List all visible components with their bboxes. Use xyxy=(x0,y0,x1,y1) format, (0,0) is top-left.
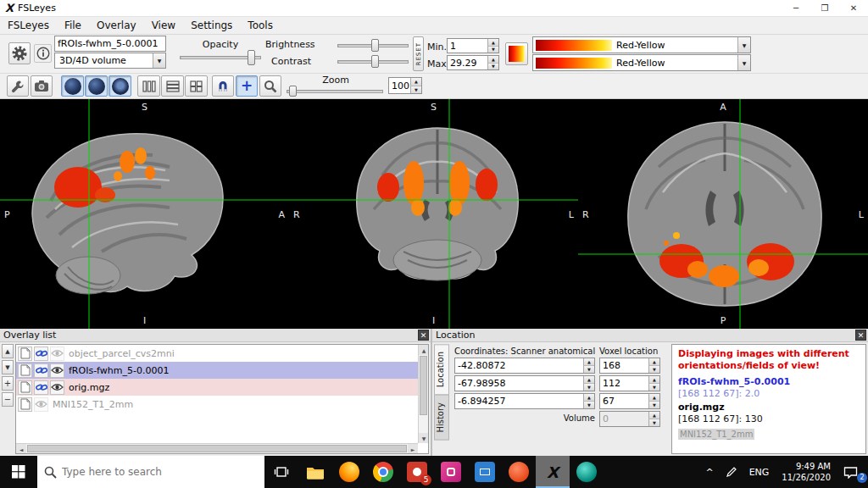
add-overlay-button[interactable]: + xyxy=(2,376,14,391)
voxel-z-spinbox[interactable]: 67 ▲▼ xyxy=(599,393,660,409)
link-overlay-button[interactable] xyxy=(34,347,48,361)
edit-colormap-button[interactable] xyxy=(505,42,528,65)
canvas-coronal[interactable]: S I R L xyxy=(289,99,578,329)
task-view-button[interactable] xyxy=(264,456,298,488)
spin-down-icon[interactable]: ▼ xyxy=(487,47,498,53)
colormap-dropdown-1[interactable]: Red-Yellow ▼ xyxy=(532,36,751,53)
grid-layout-button[interactable] xyxy=(185,75,208,97)
voxel-y-spinbox[interactable]: 112 ▲▼ xyxy=(599,375,660,391)
brightness-slider[interactable] xyxy=(336,38,410,53)
display-max-spinbox[interactable]: 29.29 ▲▼ xyxy=(447,55,499,70)
spin-down-icon[interactable]: ▼ xyxy=(648,366,659,373)
overlay-list-item-selected[interactable]: fROIs-fwhm_5-0.0001 xyxy=(16,362,428,379)
minimize-button[interactable]: ─ xyxy=(782,0,810,16)
spin-down-icon[interactable]: ▼ xyxy=(583,366,594,373)
menu-view[interactable]: View xyxy=(144,17,183,34)
toggle-visibility-button[interactable] xyxy=(34,397,48,412)
taskbar-app-chrome[interactable] xyxy=(366,456,400,488)
reset-brightness-contrast-button[interactable]: RESET xyxy=(413,36,424,71)
taskbar-app-file-explorer[interactable] xyxy=(298,456,332,488)
taskbar-app-teal[interactable] xyxy=(570,456,604,488)
spin-up-icon[interactable]: ▲ xyxy=(583,394,594,402)
world-x-spinbox[interactable]: -42.80872 ▲▼ xyxy=(454,358,595,374)
spin-up-icon[interactable]: ▲ xyxy=(583,376,594,384)
scroll-right-icon[interactable]: ► xyxy=(408,444,418,454)
display-min-spinbox[interactable]: 1 ▲▼ xyxy=(447,38,499,53)
toggle-axial-canvas-button[interactable] xyxy=(108,75,131,97)
language-indicator[interactable]: ENG xyxy=(743,456,776,488)
tray-expand-button[interactable]: ^ xyxy=(699,456,719,488)
spin-down-icon[interactable]: ▼ xyxy=(583,384,594,391)
overlay-list-item[interactable]: MNI152_T1_2mm xyxy=(16,396,428,413)
overlay-info-button[interactable] xyxy=(34,44,52,63)
taskbar-clock[interactable]: 9:49 AM 11/26/2020 xyxy=(775,461,837,484)
zoom-mode-button[interactable] xyxy=(259,75,281,97)
chevron-down-icon[interactable]: ▼ xyxy=(737,55,750,70)
spin-down-icon[interactable]: ▼ xyxy=(648,384,659,391)
spin-down-icon[interactable]: ▼ xyxy=(410,86,421,94)
save-overlay-button[interactable] xyxy=(18,363,32,378)
vertical-layout-button[interactable] xyxy=(161,75,184,97)
toggle-visibility-button[interactable] xyxy=(50,380,64,395)
spin-up-icon[interactable]: ▲ xyxy=(487,56,498,64)
horizontal-scrollbar[interactable]: ◄ ► xyxy=(16,443,418,453)
save-overlay-button[interactable] xyxy=(18,380,32,395)
zoom-slider-thumb[interactable] xyxy=(289,86,297,97)
colormap-dropdown-2[interactable]: Red-Yellow ▼ xyxy=(532,54,751,71)
start-button[interactable] xyxy=(0,456,37,488)
maximize-button[interactable]: ❐ xyxy=(810,0,839,16)
menu-fsleyes[interactable]: FSLeyes xyxy=(0,17,57,34)
link-overlay-button[interactable] xyxy=(34,380,48,395)
spin-up-icon[interactable]: ▲ xyxy=(648,394,659,402)
voxel-x-spinbox[interactable]: 168 ▲▼ xyxy=(599,358,660,374)
world-y-spinbox[interactable]: -67.98958 ▲▼ xyxy=(454,375,595,391)
remove-overlay-button[interactable]: − xyxy=(2,392,14,407)
screenshot-button[interactable] xyxy=(31,75,53,97)
spin-up-icon[interactable]: ▲ xyxy=(648,376,659,384)
taskbar-app-firefox[interactable] xyxy=(332,456,366,488)
world-z-spinbox[interactable]: -6.894257 ▲▼ xyxy=(454,393,595,409)
scroll-left-icon[interactable]: ◄ xyxy=(16,444,26,454)
overlay-name-field[interactable] xyxy=(54,36,166,52)
close-overlay-list-button[interactable]: ✕ xyxy=(418,330,429,341)
pen-tray-button[interactable] xyxy=(720,456,743,488)
spin-up-icon[interactable]: ▲ xyxy=(487,39,498,47)
zoom-slider[interactable] xyxy=(285,85,385,97)
search-input[interactable] xyxy=(62,466,258,478)
brightness-slider-thumb[interactable] xyxy=(371,39,379,52)
save-overlay-button[interactable] xyxy=(18,397,32,412)
contrast-slider-thumb[interactable] xyxy=(371,55,379,68)
toggle-sagittal-canvas-button[interactable] xyxy=(61,75,84,97)
tab-location[interactable]: Location xyxy=(434,344,449,395)
overlay-name-input[interactable] xyxy=(55,38,165,49)
movie-magnet-mode-button[interactable] xyxy=(212,75,234,97)
overlay-type-dropdown[interactable]: 3D/4D volume ▼ xyxy=(54,53,166,69)
menu-settings[interactable]: Settings xyxy=(183,17,240,34)
spin-down-icon[interactable]: ▼ xyxy=(487,64,498,70)
scroll-up-icon[interactable]: ▲ xyxy=(419,345,429,355)
taskbar-app-blue[interactable] xyxy=(468,456,502,488)
toggle-visibility-button[interactable] xyxy=(50,347,64,361)
opacity-slider[interactable] xyxy=(178,49,263,66)
chevron-down-icon[interactable]: ▼ xyxy=(737,37,750,53)
close-location-panel-button[interactable]: ✕ xyxy=(855,330,866,341)
menu-file[interactable]: File xyxy=(57,17,89,34)
spin-up-icon[interactable]: ▲ xyxy=(648,358,659,366)
tab-history[interactable]: History xyxy=(434,395,449,441)
taskbar-app-fsleyes[interactable]: X xyxy=(536,456,570,488)
contrast-slider[interactable] xyxy=(336,54,410,69)
save-overlay-button[interactable] xyxy=(18,347,32,361)
toggle-coronal-canvas-button[interactable] xyxy=(85,75,108,97)
zoom-spinbox[interactable]: 100 ▲▼ xyxy=(388,77,422,94)
crosshair-mode-button[interactable]: + xyxy=(236,75,258,97)
spin-down-icon[interactable]: ▼ xyxy=(583,402,594,408)
move-overlay-up-button[interactable]: ▲ xyxy=(2,344,14,358)
move-overlay-down-button[interactable]: ▼ xyxy=(2,360,14,374)
scroll-down-icon[interactable]: ▼ xyxy=(419,433,429,443)
spin-up-icon[interactable]: ▲ xyxy=(410,78,421,86)
overlay-list-item[interactable]: object_parcel_cvs2mni xyxy=(16,345,428,362)
action-center-button[interactable]: 2 xyxy=(837,456,868,488)
spin-down-icon[interactable]: ▼ xyxy=(648,402,659,408)
vertical-scrollbar[interactable]: ▲ ▼ xyxy=(418,345,428,443)
scrollbar-thumb[interactable] xyxy=(27,445,407,452)
